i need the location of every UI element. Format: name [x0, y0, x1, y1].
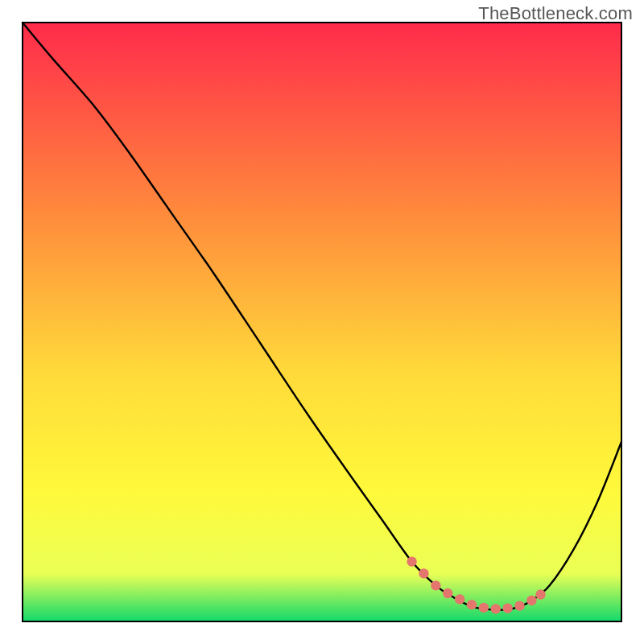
marker-dot	[443, 588, 452, 598]
chart-svg	[0, 0, 644, 644]
marker-dot	[514, 601, 524, 610]
marker-dot	[491, 604, 501, 613]
marker-dot	[455, 594, 464, 604]
marker-dot	[407, 556, 416, 566]
marker-dot	[419, 568, 428, 578]
marker-dot	[502, 603, 512, 613]
marker-dot	[467, 600, 477, 609]
marker-dot	[535, 589, 545, 599]
plot-area	[23, 23, 621, 621]
marker-dot	[479, 603, 489, 613]
marker-dot	[431, 580, 440, 590]
bottleneck-chart: TheBottleneck.com	[0, 0, 644, 644]
watermark-text: TheBottleneck.com	[478, 3, 633, 24]
gradient-background	[23, 23, 621, 621]
marker-dot	[526, 596, 536, 605]
